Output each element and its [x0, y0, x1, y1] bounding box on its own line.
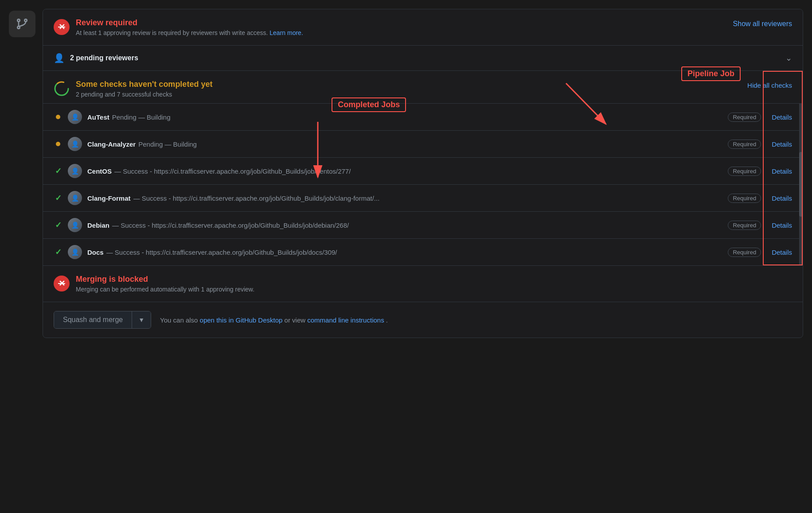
check-status-text: — Success - https://ci.trafficserver.apa… — [114, 167, 351, 175]
check-name: Clang-Analyzer — [87, 140, 136, 148]
avatar-face: 👤 — [68, 110, 82, 124]
required-badge: Required — [728, 113, 761, 122]
merging-blocked-title: Merging is blocked — [76, 275, 254, 284]
pending-reviewers-text: 2 pending reviewers — [70, 54, 138, 62]
review-required-icon: ✕ — [54, 19, 70, 35]
checkmark-icon: ✓ — [55, 166, 62, 176]
merge-section: Squash and merge ▼ You can also open thi… — [43, 302, 803, 338]
check-info: Docs — Success - https://ci.trafficserve… — [87, 249, 722, 256]
checks-subtitle: 2 pending and 7 successful checks — [76, 91, 212, 98]
svg-point-0 — [17, 19, 20, 21]
check-status-success: ✓ — [54, 247, 62, 257]
pipeline-job-annotation: Pipeline Job — [681, 66, 741, 81]
avatar-face: 👤 — [68, 191, 82, 205]
required-badge: Required — [728, 167, 761, 176]
check-status-pending — [54, 142, 62, 146]
avatar-face: 👤 — [68, 164, 82, 178]
check-avatar: 👤 — [68, 110, 82, 124]
chevron-down-icon[interactable]: ⌄ — [785, 53, 792, 63]
avatar-face: 👤 — [68, 137, 82, 151]
git-branch-icon — [15, 17, 29, 31]
merging-blocked-section: ✕ Merging is blocked Merging can be perf… — [43, 266, 803, 302]
checks-text: Some checks haven't completed yet 2 pend… — [76, 80, 212, 98]
person-icon: 👤 — [54, 53, 65, 63]
details-link[interactable]: Details — [772, 249, 792, 256]
merging-text: Merging is blocked Merging can be perfor… — [76, 275, 254, 293]
details-link[interactable]: Details — [772, 194, 792, 202]
pending-dot-icon — [56, 115, 60, 119]
scrollbar-track[interactable] — [799, 103, 803, 265]
check-avatar: 👤 — [68, 164, 82, 178]
squash-merge-dropdown[interactable]: ▼ — [132, 311, 151, 328]
check-status-text: — Success - https://ci.trafficserver.apa… — [106, 249, 337, 256]
check-status-success: ✓ — [54, 166, 62, 176]
check-status-pending — [54, 115, 62, 119]
scrollbar-thumb[interactable] — [799, 152, 803, 217]
open-github-desktop-link[interactable]: open this in GitHub Desktop — [200, 316, 283, 324]
app-wrapper: ✕ Review required At least 1 approving r… — [9, 9, 803, 338]
check-status-text: Pending — Building — [112, 113, 171, 121]
check-info: Debian — Success - https://ci.trafficser… — [87, 222, 722, 229]
check-name: AuTest — [87, 113, 109, 121]
check-info: AuTest Pending — Building — [87, 113, 722, 121]
check-row: 👤 AuTest Pending — Building Required Det… — [43, 103, 803, 130]
check-avatar: 👤 — [68, 137, 82, 151]
check-row: ✓ 👤 Debian — Success - https://ci.traffi… — [43, 211, 803, 238]
check-info: Clang-Format — Success - https://ci.traf… — [87, 194, 722, 202]
show-all-reviewers-button[interactable]: Show all reviewers — [733, 20, 792, 28]
merge-info-period: . — [386, 316, 388, 324]
pending-dot-icon — [56, 142, 60, 146]
details-link[interactable]: Details — [772, 167, 792, 175]
pending-reviewers-left: 👤 2 pending reviewers — [54, 53, 138, 63]
check-avatar: 👤 — [68, 245, 82, 259]
main-panel: ✕ Review required At least 1 approving r… — [43, 9, 803, 338]
avatar-face: 👤 — [68, 245, 82, 259]
check-name: Debian — [87, 222, 109, 229]
details-link[interactable]: Details — [772, 140, 792, 148]
completed-jobs-annotation: Completed Jobs — [332, 97, 406, 112]
merge-info-or: or view — [285, 316, 308, 324]
required-badge: Required — [728, 194, 761, 203]
squash-merge-button[interactable]: Squash and merge — [54, 311, 132, 328]
check-status-text: Pending — Building — [138, 140, 197, 148]
required-badge: Required — [728, 140, 761, 149]
check-info: CentOS — Success - https://ci.trafficser… — [87, 167, 722, 175]
review-left: ✕ Review required At least 1 approving r… — [54, 18, 303, 36]
checkmark-icon: ✓ — [55, 220, 62, 230]
command-line-instructions-link[interactable]: command line instructions — [307, 316, 384, 324]
svg-point-7 — [55, 82, 68, 95]
check-avatar: 👤 — [68, 191, 82, 205]
avatar-face: 👤 — [68, 218, 82, 232]
check-avatar: 👤 — [68, 218, 82, 232]
merge-info-text: You can also — [160, 316, 198, 324]
details-link[interactable]: Details — [772, 113, 792, 121]
review-required-subtitle: At least 1 approving review is required … — [76, 29, 303, 36]
check-row: ✓ 👤 Clang-Format — Success - https://ci.… — [43, 184, 803, 211]
check-name: Docs — [87, 249, 104, 256]
check-status-text: — Success - https://ci.trafficserver.apa… — [112, 222, 349, 229]
required-badge: Required — [728, 248, 761, 257]
checks-list: 👤 AuTest Pending — Building Required Det… — [43, 103, 803, 265]
checks-left: Some checks haven't completed yet 2 pend… — [54, 80, 212, 98]
check-info: Clang-Analyzer Pending — Building — [87, 140, 722, 148]
checks-title: Some checks haven't completed yet — [76, 80, 212, 89]
required-badge: Required — [728, 221, 761, 230]
squash-merge-button-group[interactable]: Squash and merge ▼ — [54, 311, 151, 329]
review-required-title: Review required — [76, 18, 303, 27]
details-link[interactable]: Details — [772, 222, 792, 229]
merging-blocked-icon: ✕ — [54, 276, 70, 291]
check-status-success: ✓ — [54, 193, 62, 203]
check-row: 👤 Clang-Analyzer Pending — Building Requ… — [43, 130, 803, 157]
svg-point-1 — [24, 19, 27, 21]
learn-more-link[interactable]: Learn more. — [269, 29, 303, 36]
check-row: ✓ 👤 Docs — Success - https://ci.traffics… — [43, 238, 803, 265]
checkmark-icon: ✓ — [55, 247, 62, 257]
merge-info: You can also open this in GitHub Desktop… — [160, 316, 388, 324]
review-required-text: Review required At least 1 approving rev… — [76, 18, 303, 36]
review-required-section: ✕ Review required At least 1 approving r… — [43, 9, 803, 46]
check-name: CentOS — [87, 167, 112, 175]
checks-spinner-icon — [54, 81, 70, 97]
checkmark-icon: ✓ — [55, 193, 62, 203]
check-status-success: ✓ — [54, 220, 62, 230]
hide-all-checks-button[interactable]: Hide all checks — [747, 82, 792, 89]
